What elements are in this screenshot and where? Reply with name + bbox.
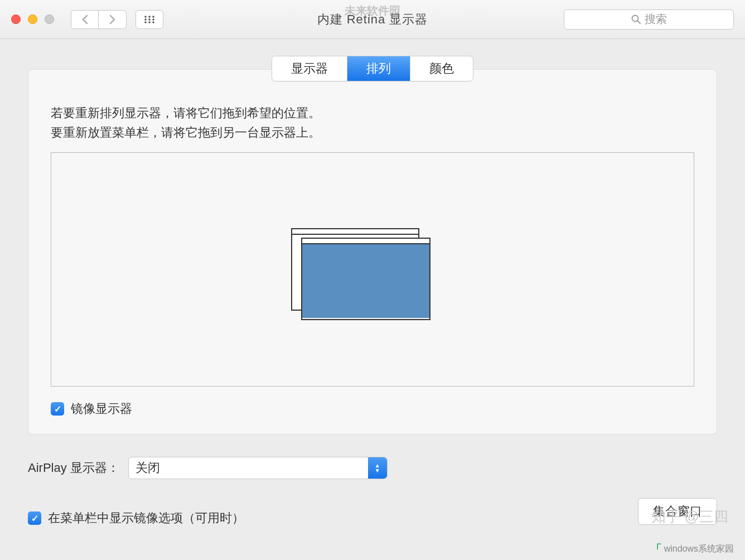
watermark-top: 未来软件园 bbox=[345, 3, 400, 18]
back-button[interactable] bbox=[71, 10, 99, 29]
show-all-button[interactable] bbox=[136, 10, 163, 29]
svg-point-9 bbox=[632, 15, 638, 21]
airplay-label: AirPlay 显示器： bbox=[28, 460, 119, 476]
bottom-row: ✓ 在菜单栏中显示镜像选项（可用时） 集合窗口 bbox=[28, 496, 717, 527]
svg-point-3 bbox=[144, 18, 147, 21]
instructions: 若要重新排列显示器，请将它们拖到希望的位置。 要重新放置菜单栏，请将它拖到另一台… bbox=[51, 103, 694, 142]
svg-point-7 bbox=[148, 21, 151, 23]
grid-icon bbox=[144, 15, 155, 24]
nav-buttons bbox=[71, 10, 127, 29]
traffic-lights bbox=[11, 15, 54, 24]
svg-point-2 bbox=[152, 16, 154, 18]
svg-point-5 bbox=[152, 18, 154, 21]
airplay-value: 关闭 bbox=[136, 460, 160, 476]
display-menubar-front[interactable] bbox=[302, 239, 429, 244]
mirror-checkbox-row: ✓ 镜像显示器 bbox=[51, 400, 694, 417]
display-menubar-back bbox=[292, 229, 418, 235]
menubar-mirror-label: 在菜单栏中显示镜像选项（可用时） bbox=[48, 510, 244, 527]
display-arrangement-area[interactable] bbox=[51, 152, 694, 387]
menubar-mirror-checkbox[interactable]: ✓ bbox=[28, 511, 41, 525]
mirror-checkbox[interactable]: ✓ bbox=[51, 402, 64, 416]
search-input[interactable]: 搜索 bbox=[564, 9, 734, 30]
instruction-line-1: 若要重新排列显示器，请将它们拖到希望的位置。 bbox=[51, 103, 694, 123]
tab-arrangement[interactable]: 排列 bbox=[347, 56, 410, 81]
svg-point-0 bbox=[144, 16, 147, 18]
display-screen bbox=[302, 244, 429, 318]
tab-bar: 显示器 排列 颜色 bbox=[28, 56, 717, 81]
tab-display[interactable]: 显示器 bbox=[272, 56, 347, 81]
tab-color[interactable]: 颜色 bbox=[410, 56, 473, 81]
display-primary[interactable] bbox=[301, 238, 430, 320]
watermark-bottom: 「 windows系统家园 bbox=[651, 542, 734, 557]
zoom-window-button bbox=[45, 15, 54, 24]
search-icon bbox=[631, 15, 641, 25]
svg-point-6 bbox=[144, 21, 147, 23]
close-window-button[interactable] bbox=[11, 15, 21, 24]
svg-point-1 bbox=[148, 16, 151, 18]
instruction-line-2: 要重新放置菜单栏，请将它拖到另一台显示器上。 bbox=[51, 123, 694, 142]
arrangement-panel: 若要重新排列显示器，请将它们拖到希望的位置。 要重新放置菜单栏，请将它拖到另一台… bbox=[28, 69, 717, 435]
select-arrows-icon: ▲▼ bbox=[368, 457, 387, 479]
minimize-window-button[interactable] bbox=[28, 15, 37, 24]
mirror-label: 镜像显示器 bbox=[71, 400, 132, 417]
svg-point-4 bbox=[148, 18, 151, 21]
airplay-row: AirPlay 显示器： 关闭 ▲▼ bbox=[28, 457, 717, 479]
forward-button[interactable] bbox=[99, 10, 127, 29]
airplay-select[interactable]: 关闭 ▲▼ bbox=[128, 457, 388, 479]
watermark-right: 知乎 @三四 bbox=[651, 507, 728, 527]
search-placeholder: 搜索 bbox=[645, 12, 667, 27]
svg-line-10 bbox=[637, 21, 640, 23]
svg-point-8 bbox=[152, 21, 154, 23]
